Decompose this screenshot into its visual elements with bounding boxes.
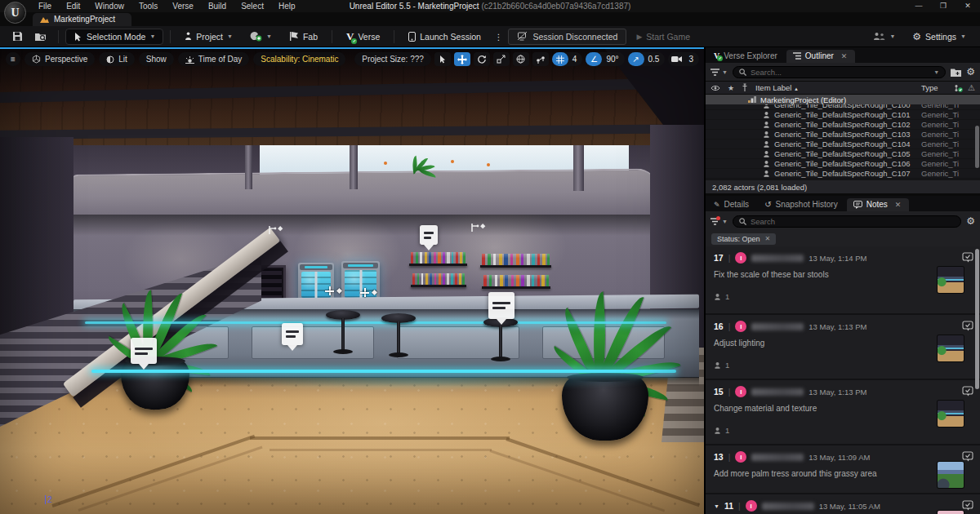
world-space-toggle[interactable] — [513, 52, 529, 66]
rotate-tool-button[interactable] — [474, 52, 490, 66]
menu-select[interactable]: Select — [234, 0, 271, 12]
project-tab[interactable]: MarketingProject — [33, 13, 131, 26]
tab-verse-explorer[interactable]: V Verse Explorer — [707, 50, 786, 63]
tab-notes[interactable]: Notes ✕ — [847, 198, 910, 211]
note-expander-icon[interactable]: ▼ — [714, 503, 719, 509]
spotlight-gizmo-icon[interactable] — [268, 225, 284, 236]
note-thumbnail[interactable] — [938, 511, 964, 514]
outliner-search-input[interactable] — [751, 68, 929, 77]
session-status[interactable]: Session Disconnected — [508, 29, 626, 45]
outliner-scrollbar-thumb[interactable] — [975, 126, 979, 168]
status-open-chip[interactable]: Status: Open ✕ — [711, 233, 776, 245]
outliner-search-box[interactable]: ▼ — [733, 66, 946, 78]
notes-settings-gear-icon[interactable]: ⚙ — [966, 215, 975, 227]
note-card[interactable]: 15 | I 13 May, 1:13 PM Change material a… — [706, 380, 980, 444]
menu-build[interactable]: Build — [201, 0, 234, 12]
table-row[interactable]: Generic_Tile_DefaultSpecRough_C102 Gener… — [706, 120, 980, 130]
table-row[interactable]: Generic_Tile_DefaultSpecRough_C100 Gener… — [706, 104, 980, 110]
add-content-dropdown[interactable]: ▼ — [243, 29, 279, 45]
close-button[interactable]: ✕ — [956, 0, 980, 12]
outliner-root-row[interactable]: MarketingProject (Editor) — [706, 95, 980, 104]
launch-session-button[interactable]: Launch Session — [401, 29, 488, 45]
surface-snapping-button[interactable] — [532, 52, 549, 66]
tab-outliner[interactable]: Outliner ✕ — [786, 50, 856, 63]
rotation-snap-control[interactable]: ∠ 90° — [586, 52, 624, 66]
launch-options-button[interactable]: ⋮ — [491, 29, 506, 45]
fab-button[interactable]: Fab — [282, 29, 325, 45]
warning-triangle-icon[interactable]: ⚠ — [968, 83, 975, 92]
spotlight-gizmo-icon[interactable] — [470, 223, 487, 233]
perspective-dropdown[interactable]: Perspective — [24, 52, 95, 66]
pin-icon[interactable] — [742, 83, 748, 92]
note-card[interactable]: 16 | I 13 May, 1:13 PM Adjust lighting 1 — [706, 315, 980, 379]
viewport-options-menu[interactable]: ≡ — [6, 52, 20, 66]
note-thumbnail[interactable] — [938, 462, 964, 488]
resolve-note-button[interactable] — [962, 500, 973, 511]
level-viewport[interactable]: ≡ Perspective Lit Show Time of Day S — [0, 47, 704, 514]
verse-button[interactable]: V Verse — [339, 29, 387, 45]
move-tool-button[interactable] — [454, 52, 470, 66]
restore-button[interactable]: ❐ — [931, 0, 956, 12]
tab-snapshot-history[interactable]: ↺ Snapshot History — [758, 198, 846, 211]
remove-chip-icon[interactable]: ✕ — [765, 235, 771, 242]
content-browser-button[interactable] — [30, 29, 51, 45]
resolve-note-button[interactable] — [962, 321, 973, 331]
camera-speed-control[interactable]: 3 — [668, 52, 699, 66]
save-button[interactable] — [7, 29, 28, 45]
select-tool-button[interactable] — [434, 52, 451, 66]
show-dropdown[interactable]: Show — [139, 52, 174, 66]
note-marker[interactable] — [282, 323, 303, 345]
note-marker[interactable] — [131, 338, 157, 364]
close-tab-icon[interactable]: ✕ — [895, 201, 902, 209]
note-card[interactable]: 17 | I 13 May, 1:14 PM Fix the scale of … — [706, 246, 980, 313]
notes-search-input[interactable] — [751, 217, 955, 226]
menu-verse[interactable]: Verse — [165, 0, 201, 12]
start-game-button[interactable]: ▶ Start Game — [629, 29, 697, 45]
table-row[interactable]: Generic_Tile_DefaultSpecRough_C106 Gener… — [706, 159, 980, 169]
note-card[interactable]: 13 | I 13 May, 11:09 AM Add more palm tr… — [706, 445, 980, 493]
resolve-note-button[interactable] — [962, 252, 973, 263]
notes-scrollbar-thumb[interactable] — [975, 249, 979, 389]
favorite-star-icon[interactable]: ★ — [728, 84, 734, 92]
note-thumbnail[interactable] — [938, 335, 964, 361]
project-dropdown[interactable]: Project ▼ — [177, 29, 240, 45]
table-row[interactable]: Generic_Tile_DefaultSpecRough_C105 Gener… — [706, 149, 980, 159]
new-folder-icon[interactable] — [951, 68, 961, 77]
close-tab-icon[interactable]: ✕ — [841, 52, 848, 60]
table-row[interactable]: Generic_Tile_DefaultSpecRough_C107 Gener… — [706, 169, 980, 179]
unreal-logo[interactable]: U — [4, 2, 26, 24]
table-row[interactable]: Generic_Tile_DefaultSpecRough_C103 Gener… — [706, 130, 980, 140]
menu-help[interactable]: Help — [271, 0, 303, 12]
project-size-indicator[interactable]: Project Size: ??? — [354, 52, 431, 66]
notes-filter-button[interactable]: ▼ — [710, 218, 728, 225]
scalability-button[interactable]: Scalability: Cinematic — [253, 52, 345, 66]
resolve-note-button[interactable] — [962, 451, 973, 462]
time-of-day-button[interactable]: Time of Day — [178, 52, 250, 66]
note-thumbnail[interactable] — [938, 401, 964, 427]
menu-file[interactable]: File — [31, 0, 59, 12]
resolve-note-button[interactable] — [962, 386, 973, 397]
note-card[interactable]: ▼ 11 | I 13 May, 11:05 AM Move this chai… — [706, 494, 980, 514]
visibility-eye-icon[interactable] — [710, 85, 720, 91]
tab-details[interactable]: ✎ Details — [707, 198, 757, 211]
notes-search-box[interactable] — [733, 215, 961, 228]
scale-snap-control[interactable]: ↗ 0.5 — [628, 52, 666, 66]
minimize-button[interactable]: — — [906, 0, 931, 12]
table-row[interactable]: Generic_Tile_DefaultSpecRough_C101 Gener… — [706, 110, 980, 120]
note-marker[interactable] — [420, 225, 438, 245]
settings-dropdown[interactable]: ⚙ Settings ▼ — [905, 29, 973, 45]
move-gizmo-icon[interactable] — [325, 286, 334, 295]
column-type-label[interactable]: Type — [921, 83, 938, 92]
multi-user-dropdown[interactable]: ▼ — [866, 29, 902, 45]
note-marker[interactable] — [488, 292, 514, 319]
outliner-settings-gear-icon[interactable]: ⚙ — [966, 66, 975, 78]
column-item-label[interactable]: Item Label ▲ — [755, 83, 799, 92]
move-gizmo-icon[interactable] — [360, 288, 369, 297]
table-row[interactable]: Generic_Tile_DefaultSpecRough_C104 Gener… — [706, 140, 980, 149]
grid-snap-control[interactable]: 4 — [552, 52, 583, 66]
selection-mode-dropdown[interactable]: Selection Mode ▼ — [65, 29, 163, 45]
menu-edit[interactable]: Edit — [59, 0, 87, 12]
scale-tool-button[interactable] — [493, 52, 510, 66]
lit-dropdown[interactable]: Lit — [99, 52, 135, 66]
note-thumbnail[interactable] — [938, 267, 964, 293]
